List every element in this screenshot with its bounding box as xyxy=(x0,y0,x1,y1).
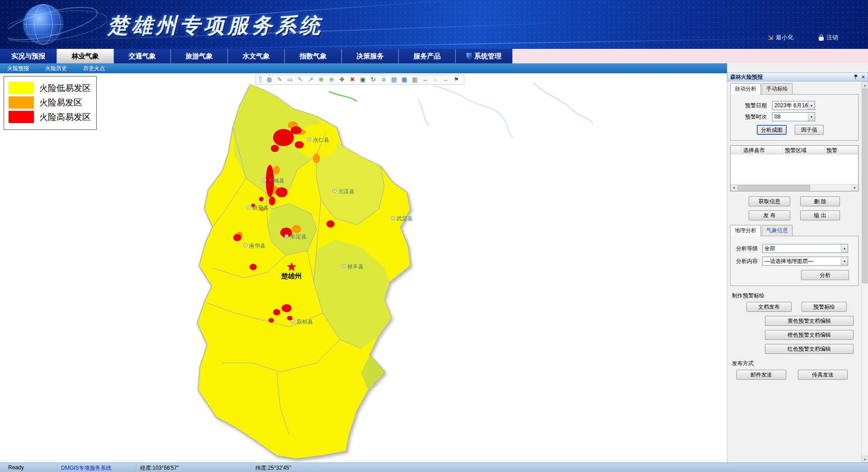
publish-button[interactable]: 发 布 xyxy=(749,210,790,220)
status-separator xyxy=(58,464,58,471)
chevron-down-icon[interactable]: ▾ xyxy=(841,244,848,253)
submenu-fire-history[interactable]: 火险历史 xyxy=(45,65,67,72)
plot-buttons-row: 文档发布 预警标绘 xyxy=(746,302,859,312)
zoom-in-icon[interactable]: ⊕ xyxy=(317,76,325,83)
output-button[interactable]: 输 出 xyxy=(800,210,840,220)
map-toolbar: ◍✎▭↖↗⊕⊖✥✖▣↻¤▤▦▥↔☼←⚑ xyxy=(255,75,464,85)
flag-icon[interactable]: ⚑ xyxy=(453,76,460,83)
analysis-level-label: 分析等级 xyxy=(736,245,760,253)
orange-warning-doc-button[interactable]: 橙色预警文档编辑 xyxy=(765,330,854,340)
vscroll-down-icon[interactable]: ▾ xyxy=(862,456,868,462)
fax-send-button[interactable]: 传真发送 xyxy=(798,370,848,380)
delete-button[interactable]: 删 除 xyxy=(800,196,840,206)
get-info-button[interactable]: 获取信息 xyxy=(749,196,790,206)
globe-icon[interactable]: ◍ xyxy=(265,76,273,83)
hscroll-left-icon[interactable]: ◂ xyxy=(731,185,737,191)
county-label: 姚安县 xyxy=(252,205,269,211)
analysis-buttons-row: 分析成图 因子值 xyxy=(757,125,855,135)
pointer-select-icon[interactable]: ↗ xyxy=(307,76,315,83)
county-label: 双柏县 xyxy=(297,319,313,325)
back-icon[interactable]: ← xyxy=(442,76,450,83)
measure-pencil-icon[interactable]: ✎ xyxy=(276,76,283,83)
col-blank[interactable] xyxy=(731,146,741,154)
tab-live-forecast[interactable]: 实况与预报 xyxy=(0,49,57,63)
auto-analysis-page: 预警日期 2023年 6月16日 ▾ 预警时次 08 ▾ xyxy=(730,94,859,141)
zoom-out-icon[interactable]: ⊖ xyxy=(328,76,335,83)
pin-icon[interactable] xyxy=(854,74,858,80)
panel-title: 森林火险预报 xyxy=(730,73,854,81)
submenu-fire-forecast[interactable]: 火险预报 xyxy=(7,65,29,72)
analyze-to-map-button[interactable]: 分析成图 xyxy=(757,125,787,135)
panel-close-icon[interactable]: ✕ xyxy=(861,74,865,80)
doc-publish-button[interactable]: 文档发布 xyxy=(746,302,792,312)
tab-system-management[interactable]: 系统管理 xyxy=(456,49,513,63)
distance-icon[interactable]: ↔ xyxy=(421,76,429,83)
tab-index-weather[interactable]: 指数气象 xyxy=(285,49,342,63)
tab-weather-info[interactable]: 气象信息 xyxy=(762,225,793,236)
warning-time-select[interactable]: 08 ▾ xyxy=(772,112,815,121)
analysis-content-select[interactable]: —请选择地理图层— ▾ xyxy=(762,257,848,266)
pointer-icon[interactable]: ↖ xyxy=(297,76,304,83)
status-system-link[interactable]: DMGIS专项服务系统 xyxy=(61,464,111,472)
tab-service-products[interactable]: 服务产品 xyxy=(399,49,456,63)
hscroll-thumb[interactable] xyxy=(738,185,810,191)
hscroll-right-icon[interactable]: ▸ xyxy=(851,185,858,191)
panel-titlebar: 森林火险预报 ✕ xyxy=(727,72,868,81)
toolbar-drag-handle[interactable] xyxy=(259,76,261,83)
warning-plot-button[interactable]: 预警标绘 xyxy=(802,302,847,312)
yellow-warning-doc-button[interactable]: 黄色预警文档编辑 xyxy=(765,316,854,326)
publish-section-label: 发布方式 xyxy=(732,360,859,367)
vscroll-up-icon[interactable]: ▴ xyxy=(862,81,868,88)
col-warning-area[interactable]: 预警区域 xyxy=(783,146,825,154)
identify-icon[interactable]: ¤ xyxy=(380,76,387,83)
vscroll-thumb[interactable] xyxy=(862,89,868,283)
minimize-button[interactable]: ⇲ 最小化 xyxy=(768,33,793,42)
factor-value-button[interactable]: 因子值 xyxy=(795,125,824,135)
list-action-buttons: 获取信息 删 除 发 布 输 出 xyxy=(729,196,859,220)
pan-icon[interactable]: ✥ xyxy=(338,76,346,83)
print-icon[interactable]: ▥ xyxy=(411,76,419,83)
map-canvas[interactable]: 永仁县 大姚县 元谋县 姚安县 武定县 南华县 牟定县 禄丰县 双柏县 楚雄州 xyxy=(0,73,727,462)
analysis-level-select[interactable]: 全部 ▾ xyxy=(762,244,848,253)
analyze-button[interactable]: 分析 xyxy=(801,270,849,280)
tab-hydrology-weather[interactable]: 水文气象 xyxy=(228,49,285,63)
chevron-down-icon[interactable]: ▾ xyxy=(841,257,848,265)
tab-forestry-weather[interactable]: 林业气象 xyxy=(57,49,114,63)
logout-label: 注销 xyxy=(826,33,838,42)
shield-icon xyxy=(467,53,472,59)
county-label: 永仁县 xyxy=(313,137,329,143)
logout-button[interactable]: 注销 xyxy=(819,33,838,42)
email-send-button[interactable]: 邮件发送 xyxy=(736,370,786,380)
col-select-county[interactable]: 选择县市 xyxy=(741,146,783,154)
highlight-icon[interactable]: ☼ xyxy=(432,76,439,83)
status-longitude: 经度:103°56'57" xyxy=(140,464,179,472)
legend-swatch-high xyxy=(9,111,34,123)
legend-layers-icon[interactable]: ▤ xyxy=(390,76,398,83)
county-label: 南华县 xyxy=(249,243,265,249)
select-rect-icon[interactable]: ▭ xyxy=(286,76,294,83)
col-warning[interactable]: 预警 xyxy=(825,146,858,154)
minimize-icon: ⇲ xyxy=(768,34,773,41)
warning-list-header: 选择县市 预警区域 预警 xyxy=(731,146,858,154)
warning-time-row: 预警时次 08 ▾ xyxy=(745,112,855,121)
legend-swatch-low xyxy=(9,82,34,94)
full-extent-icon[interactable]: ▣ xyxy=(359,76,367,83)
analysis-content-label: 分析内容 xyxy=(736,257,760,265)
clear-icon[interactable]: ✖ xyxy=(349,76,356,83)
tab-manual-plot[interactable]: 手动标绘 xyxy=(762,83,793,94)
status-latitude: 纬度:25°32'45" xyxy=(255,464,291,472)
submenu-history-fire-points[interactable]: 历史火点 xyxy=(83,65,105,72)
tab-traffic-weather[interactable]: 交通气象 xyxy=(114,49,171,63)
warning-list-body[interactable] xyxy=(731,154,858,184)
chevron-down-icon[interactable]: ▾ xyxy=(808,101,815,110)
tab-geo-analysis[interactable]: 地理分析 xyxy=(730,225,761,236)
chart-icon[interactable]: ▦ xyxy=(401,76,408,83)
warning-date-select[interactable]: 2023年 6月16日 ▾ xyxy=(772,101,815,110)
tab-auto-analysis[interactable]: 自动分析 xyxy=(730,83,761,95)
chevron-down-icon[interactable]: ▾ xyxy=(808,113,815,121)
red-warning-doc-button[interactable]: 红色预警文档编辑 xyxy=(765,344,854,354)
tab-tourism-weather[interactable]: 旅游气象 xyxy=(171,49,228,63)
tab-decision-service[interactable]: 决策服务 xyxy=(342,49,399,63)
refresh-view-icon[interactable]: ↻ xyxy=(369,76,377,83)
analysis-content-value: —请选择地理图层— xyxy=(763,257,841,265)
